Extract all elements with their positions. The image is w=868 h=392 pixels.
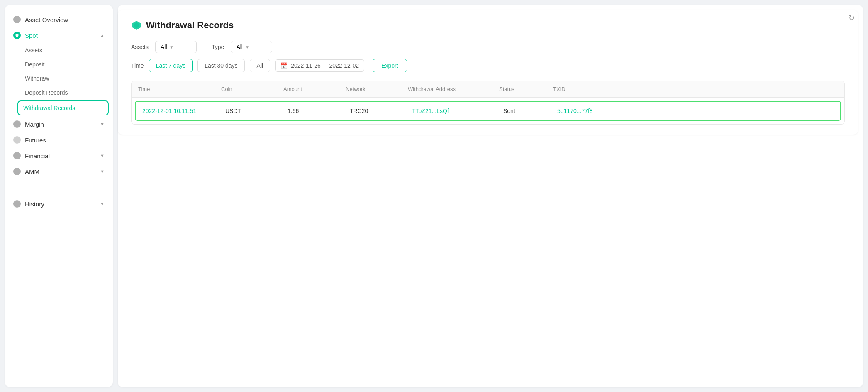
page-title-row: Withdrawal Records xyxy=(131,20,845,31)
row-coin: USDT xyxy=(225,108,288,114)
sidebar-item-deposit[interactable]: Deposit xyxy=(5,57,113,71)
sidebar-section-spot[interactable]: Spot ▲ xyxy=(5,27,113,43)
sidebar-section-history[interactable]: History ▼ xyxy=(5,196,113,212)
svg-marker-0 xyxy=(15,34,19,37)
col-txid: TXID xyxy=(553,86,838,92)
row-network: TRC20 xyxy=(350,108,412,114)
sidebar-section-amm[interactable]: AMM ▼ xyxy=(5,164,113,179)
col-coin: Coin xyxy=(221,86,283,92)
date-from: 2022-11-26 xyxy=(291,62,321,69)
row-status: Sent xyxy=(503,108,557,114)
asset-overview-icon xyxy=(13,16,21,23)
sidebar-item-asset-overview[interactable]: Asset Overview xyxy=(5,12,113,27)
col-status: Status xyxy=(499,86,553,92)
sidebar-financial-label: Financial xyxy=(25,152,50,159)
sidebar-futures-label: Futures xyxy=(25,137,46,144)
sidebar-spot-label: Spot xyxy=(25,32,38,39)
amm-icon xyxy=(13,168,21,175)
amm-chevron: ▼ xyxy=(100,169,105,174)
type-select[interactable]: All ▼ xyxy=(231,41,272,53)
sidebar-section-financial[interactable]: Financial ▼ xyxy=(5,148,113,164)
col-network: Network xyxy=(346,86,408,92)
time-btn-all[interactable]: All xyxy=(250,59,271,72)
table-row: 2022-12-01 10:11:51 USDT 1.66 TRC20 TToZ… xyxy=(135,101,841,121)
main-content: Withdrawal Records Assets All ▼ Type All… xyxy=(118,10,858,135)
sidebar-history-label: History xyxy=(25,201,44,208)
time-btn-7days[interactable]: Last 7 days xyxy=(149,59,193,72)
type-select-chevron: ▼ xyxy=(245,45,249,49)
sidebar-item-withdraw[interactable]: Withdraw xyxy=(5,71,113,86)
financial-chevron: ▼ xyxy=(100,153,105,158)
sidebar-item-assets[interactable]: Assets xyxy=(5,43,113,57)
calendar-icon: 📅 xyxy=(280,62,288,69)
financial-icon xyxy=(13,152,21,159)
col-amount: Amount xyxy=(283,86,346,92)
row-time[interactable]: 2022-12-01 10:11:51 xyxy=(142,108,225,114)
page-title: Withdrawal Records xyxy=(146,20,234,31)
withdrawal-table: Time Coin Amount Network Withdrawal Addr… xyxy=(131,81,845,125)
sidebar-amm-label: AMM xyxy=(25,168,39,175)
refresh-icon[interactable]: ↻ xyxy=(848,13,855,22)
sidebar-item-futures[interactable]: i Futures xyxy=(5,132,113,148)
row-amount: 1.66 xyxy=(288,108,350,114)
futures-icon: i xyxy=(13,136,21,144)
export-button[interactable]: Export xyxy=(373,59,407,72)
margin-icon xyxy=(13,120,21,128)
sidebar-item-withdrawal-records[interactable]: Withdrawal Records xyxy=(17,100,109,115)
date-range-picker[interactable]: 📅 2022-11-26 - 2022-12-02 xyxy=(275,59,364,72)
assets-select-chevron: ▼ xyxy=(170,45,174,49)
history-icon xyxy=(13,200,21,208)
withdrawal-records-icon xyxy=(131,20,142,31)
time-btn-30days[interactable]: Last 30 days xyxy=(197,59,244,72)
type-select-value: All xyxy=(236,44,243,50)
type-filter-label: Type xyxy=(212,44,224,50)
row-withdrawal-address[interactable]: TToZ21...LsQf xyxy=(412,108,503,114)
col-time: Time xyxy=(138,86,221,92)
col-withdrawal-address: Withdrawal Address xyxy=(408,86,499,92)
date-separator: - xyxy=(324,62,326,69)
assets-select[interactable]: All ▼ xyxy=(155,41,197,53)
time-filter-label: Time xyxy=(131,62,144,69)
assets-filter-label: Assets xyxy=(131,44,149,50)
main-wrapper: Withdrawal Records Assets All ▼ Type All… xyxy=(118,5,863,387)
margin-chevron: ▼ xyxy=(100,122,105,127)
spot-icon xyxy=(13,32,21,39)
filter-row-assets-type: Assets All ▼ Type All ▼ xyxy=(131,41,845,53)
time-filter-row: Time Last 7 days Last 30 days All 📅 2022… xyxy=(131,59,845,72)
spot-chevron: ▲ xyxy=(100,33,105,38)
sidebar-section-margin[interactable]: Margin ▼ xyxy=(5,116,113,132)
date-to: 2022-12-02 xyxy=(329,62,359,69)
assets-select-value: All xyxy=(161,44,167,50)
sidebar-margin-label: Margin xyxy=(25,121,44,128)
row-txid[interactable]: 5e1170...77f8 xyxy=(557,108,834,114)
sidebar: Asset Overview Spot ▲ Assets Deposit Wit… xyxy=(5,5,113,387)
sidebar-item-deposit-records[interactable]: Deposit Records xyxy=(5,86,113,100)
table-header: Time Coin Amount Network Withdrawal Addr… xyxy=(132,81,844,98)
history-chevron: ▼ xyxy=(100,201,105,206)
sidebar-item-label: Asset Overview xyxy=(25,16,68,23)
